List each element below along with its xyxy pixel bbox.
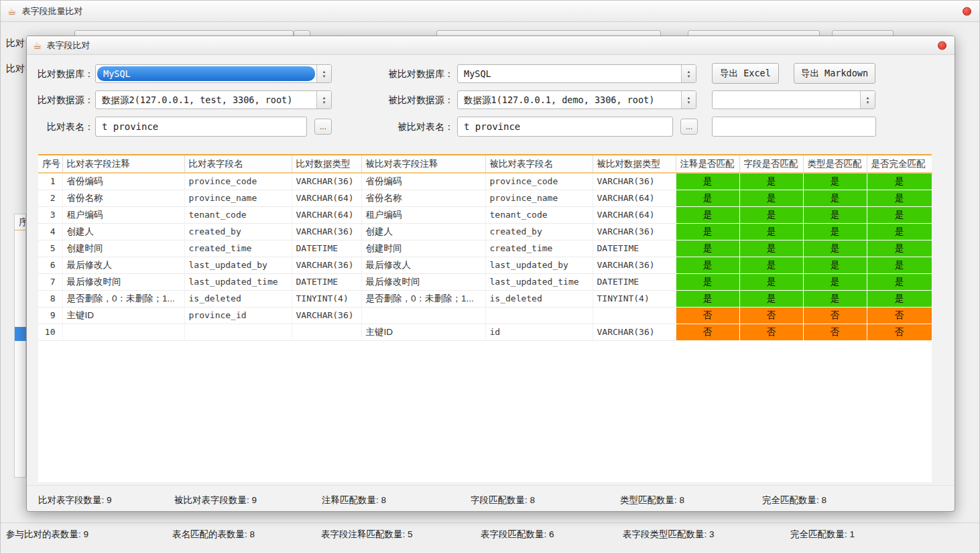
table-cell: 创建时间 [361, 240, 485, 257]
spinner-down-icon[interactable]: ▼ [687, 74, 691, 78]
export-markdown-button[interactable]: 导出 Markdown [794, 63, 875, 84]
spinner-up-icon[interactable]: ▲ [687, 70, 691, 74]
spinner-buttons-icon[interactable]: ▲ ▼ [316, 65, 331, 82]
export-excel-button[interactable]: 导出 Excel [712, 63, 779, 84]
stat-compare-field-count: 比对表字段数量: 9 [38, 494, 112, 506]
table-row[interactable]: 7最后修改时间last_updated_timeDATETIME最后修改时间la… [38, 273, 932, 290]
table-row[interactable]: 2省份名称province_nameVARCHAR(64)省份名称provinc… [38, 190, 932, 206]
stat-field-match-count: 字段匹配数量: 8 [471, 494, 535, 506]
spinner-down-icon[interactable]: ▼ [322, 100, 326, 105]
column-header[interactable]: 被比对数据类型 [593, 155, 676, 173]
main-titlebar[interactable]: ☕ 表字段批量比对 [1, 1, 979, 22]
match-flag-cell: 否 [867, 324, 932, 340]
table-cell: VARCHAR(36) [593, 257, 676, 273]
extra-combobox[interactable]: ▲ ▼ [712, 90, 875, 109]
match-flag-cell: 是 [867, 290, 932, 307]
app-icon: ☕ [33, 40, 42, 50]
stat-target-field-count: 被比对表字段数量: 9 [174, 494, 257, 506]
table-cell: DATETIME [292, 240, 361, 257]
table-cell: tenant_code [184, 206, 292, 223]
match-flag-cell: 是 [676, 257, 739, 273]
compare-db-value: MySQL [97, 66, 315, 81]
extra-input[interactable] [712, 117, 876, 137]
table-row[interactable]: 1省份编码province_codeVARCHAR(36)省份编码provinc… [38, 173, 932, 190]
target-db-combobox[interactable]: MySQL ▲ ▼ [457, 64, 696, 83]
table-cell: 省份编码 [62, 173, 184, 190]
table-cell: 2 [38, 190, 62, 206]
table-cell: DATETIME [292, 273, 361, 290]
background-table-header-fragment: 序号 [15, 214, 25, 230]
table-row[interactable]: 3租户编码tenant_codeVARCHAR(64)租户编码tenant_co… [38, 206, 932, 223]
spinner-up-icon[interactable]: ▲ [866, 96, 870, 100]
column-header[interactable]: 是否完全匹配 [867, 155, 932, 173]
table-cell: tenant_code [485, 206, 593, 223]
spinner-up-icon[interactable]: ▲ [322, 70, 326, 74]
dialog-close-button[interactable] [938, 41, 946, 50]
compare-table-browse-button[interactable]: ... [314, 119, 332, 135]
match-flag-cell: 是 [739, 223, 803, 240]
spinner-down-icon[interactable]: ▼ [687, 100, 691, 105]
column-header[interactable]: 被比对表字段注释 [361, 155, 485, 173]
main-window-title: 表字段批量比对 [21, 5, 82, 17]
stat-full-match-count: 完全匹配数量: 8 [762, 494, 826, 506]
table-cell: created_time [184, 240, 292, 257]
match-flag-cell: 是 [867, 173, 932, 190]
match-flag-cell: 是 [676, 206, 739, 223]
match-flag-cell: 是 [803, 273, 867, 290]
table-row[interactable]: 10主键IDidVARCHAR(36)否否否否 [38, 324, 932, 340]
table-cell: is_deleted [184, 290, 292, 307]
spinner-down-icon[interactable]: ▼ [322, 74, 326, 78]
compare-datasource-value: 数据源2(127.0.0.1, test, 3306, root) [96, 91, 316, 109]
table-row[interactable]: 9主键IDprovince_idVARCHAR(36)否否否否 [38, 307, 932, 324]
target-datasource-combobox[interactable]: 数据源1(127.0.0.1, demo, 3306, root) ▲ ▼ [457, 90, 696, 109]
column-header[interactable]: 比对数据类型 [292, 155, 361, 173]
table-cell: 7 [38, 273, 62, 290]
column-header[interactable]: 字段是否匹配 [739, 155, 803, 173]
compare-db-combobox[interactable]: MySQL ▲ ▼ [95, 64, 332, 83]
table-cell: province_id [184, 307, 292, 324]
spinner-buttons-icon[interactable]: ▲ ▼ [860, 91, 875, 109]
column-header[interactable]: 被比对表字段名 [485, 155, 593, 173]
table-cell: 创建时间 [62, 240, 184, 257]
spinner-buttons-icon[interactable]: ▲ ▼ [316, 91, 331, 109]
dialog-titlebar[interactable]: ☕ 表字段比对 [27, 36, 955, 55]
dialog-stats-bar: 比对表字段数量: 9 被比对表字段数量: 9 注释匹配数量: 8 字段匹配数量:… [27, 485, 955, 512]
extra-combobox-value [713, 91, 860, 109]
main-close-button[interactable] [963, 7, 971, 15]
match-flag-cell: 是 [739, 190, 803, 206]
match-flag-cell: 是 [739, 206, 803, 223]
table-cell: VARCHAR(64) [292, 190, 361, 206]
column-header[interactable]: 比对表字段注释 [62, 155, 184, 173]
spinner-buttons-icon[interactable]: ▲ ▼ [681, 91, 696, 109]
target-db-value: MySQL [458, 65, 681, 82]
table-cell: 9 [38, 307, 62, 324]
background-table-fragment: 序号 [14, 214, 26, 478]
column-header[interactable]: 序号 [38, 155, 62, 173]
spinner-buttons-icon[interactable]: ▲ ▼ [681, 65, 696, 82]
table-cell: VARCHAR(36) [292, 173, 361, 190]
stat-table-name-matched: 表名匹配的表数量: 8 [172, 529, 255, 541]
table-cell: 是否删除，0：未删除；1... [62, 290, 184, 307]
compare-datasource-combobox[interactable]: 数据源2(127.0.0.1, test, 3306, root) ▲ ▼ [95, 90, 332, 109]
stat-field-matched: 表字段匹配数量: 6 [481, 529, 554, 541]
column-header[interactable]: 比对表字段名 [184, 155, 292, 173]
column-header[interactable]: 类型是否匹配 [803, 155, 867, 173]
match-flag-cell: 否 [676, 307, 739, 324]
spinner-up-icon[interactable]: ▲ [322, 96, 326, 100]
spinner-up-icon[interactable]: ▲ [687, 96, 691, 100]
background-label-fragment: 比对数据源： [6, 63, 25, 75]
column-header[interactable]: 注释是否匹配 [676, 155, 739, 173]
target-table-name-label: 被比对表名： [359, 117, 454, 136]
match-flag-cell: 是 [867, 223, 932, 240]
stat-tables-compared: 参与比对的表数量: 9 [6, 529, 88, 541]
table-row[interactable]: 8是否删除，0：未删除；1...is_deletedTINYINT(4)是否删除… [38, 290, 932, 307]
table-row[interactable]: 6最后修改人last_updated_byVARCHAR(36)最后修改人las… [38, 257, 932, 273]
target-table-name-input[interactable] [457, 117, 673, 137]
target-table-browse-button[interactable]: ... [680, 119, 698, 135]
compare-table-name-input[interactable] [95, 117, 307, 137]
table-cell: 3 [38, 206, 62, 223]
table-row[interactable]: 4创建人created_byVARCHAR(36)创建人created_byVA… [38, 223, 932, 240]
table-row[interactable]: 5创建时间created_timeDATETIME创建时间created_tim… [38, 240, 932, 257]
dialog-title: 表字段比对 [46, 40, 90, 52]
spinner-down-icon[interactable]: ▼ [866, 100, 870, 105]
